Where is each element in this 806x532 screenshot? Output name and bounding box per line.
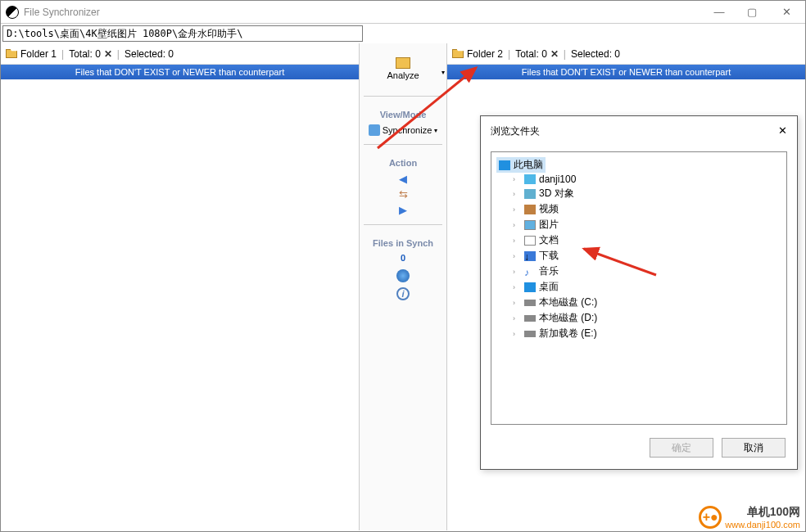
downloads-icon: ↓ [524,251,536,261]
minimize-button[interactable]: — [703,1,736,24]
left-panel-header: Folder 1 | Total: 0 ✕ | Selected: 0 [1,43,359,65]
tree-item[interactable]: ›♪音乐 [496,264,781,279]
right-filter-band: Files that DON'T EXIST or NEWER than cou… [447,65,805,79]
globe-icon[interactable] [396,269,410,282]
tree-item[interactable]: ›↓下载 [496,248,781,264]
view-mode-label: View/Mode [380,110,427,119]
pc-icon [499,160,510,170]
disk-icon [524,331,536,337]
chevron-down-icon[interactable]: ▾ [434,127,437,134]
action-label: Action [389,158,417,168]
browse-folder-dialog: 浏览文件夹 ✕ 此电脑 ›danji100 ›3D 对象 ›视频 ›图片 ›文档… [480,115,798,470]
disk-icon [524,315,536,322]
tree-item[interactable]: ›图片 [496,217,781,232]
folder-icon[interactable] [452,49,464,58]
synch-count: 0 [401,253,405,263]
clear-folder2-button[interactable]: ✕ [550,48,559,60]
folder-icon [524,174,536,184]
ok-button[interactable]: 确定 [650,438,713,458]
folder2-label: Folder 2 [467,48,503,60]
pictures-icon [524,220,536,230]
folder1-selected: Selected: 0 [125,48,174,60]
copy-both-button[interactable]: ⇆ [399,188,408,201]
left-file-list[interactable] [1,79,359,530]
watermark-brand: 单机100网 [725,505,800,520]
folder2-total: Total: 0 [515,48,547,60]
cancel-button[interactable]: 取消 [722,438,786,458]
right-panel-header: Folder 2 | Total: 0 ✕ | Selected: 0 [447,43,805,65]
dialog-close-button[interactable]: ✕ [778,124,787,138]
close-button[interactable]: ✕ [768,1,805,24]
tree-item[interactable]: ›新加载卷 (E:) [496,326,781,341]
copy-left-button[interactable]: ◀ [399,173,407,185]
dialog-buttons: 确定 取消 [481,430,797,469]
window-title: File Synchronizer [24,7,703,18]
watermark-url: www.danji100.com [725,520,800,530]
desktop-icon [524,282,536,292]
video-icon [524,205,536,214]
maximize-button[interactable]: ▢ [736,1,768,24]
tree-item[interactable]: ›本地磁盘 (D:) [496,310,781,326]
dialog-titlebar: 浏览文件夹 ✕ [481,116,797,143]
synchronize-button[interactable]: Synchronize ▾ [364,123,443,138]
watermark-logo-icon: +● [699,506,722,529]
files-in-synch-label: Files in Synch [373,238,433,248]
app-icon [6,6,19,19]
folder2-selected: Selected: 0 [571,48,620,60]
3d-icon [524,189,536,199]
path-input[interactable] [2,25,363,42]
titlebar: File Synchronizer — ▢ ✕ [1,1,805,24]
folder-icon[interactable] [6,49,17,58]
tree-item[interactable]: ›桌面 [496,279,781,295]
info-icon[interactable]: i [396,287,410,300]
tree-item[interactable]: ›文档 [496,232,781,248]
disk-icon [524,300,536,306]
tree-item[interactable]: ›danji100 [496,173,781,186]
center-toolbar: Analyze ▾ View/Mode Synchronize ▾ Action… [359,43,447,530]
music-icon: ♪ [524,267,536,277]
watermark: +● 单机100网 www.danji100.com [699,505,800,530]
folder1-label: Folder 1 [20,48,57,60]
analyze-icon [396,57,410,69]
documents-icon [524,236,536,246]
left-filter-band: Files that DON'T EXIST or NEWER than cou… [1,65,359,79]
tree-root-this-pc[interactable]: 此电脑 [496,157,546,173]
left-panel: Folder 1 | Total: 0 ✕ | Selected: 0 File… [1,43,359,530]
sync-icon [369,124,380,136]
folder1-total: Total: 0 [69,48,101,60]
dialog-title: 浏览文件夹 [491,124,540,138]
folder-tree[interactable]: 此电脑 ›danji100 ›3D 对象 ›视频 ›图片 ›文档 ›↓下载 ›♪… [491,151,787,425]
copy-right-button[interactable]: ▶ [399,204,407,216]
chevron-down-icon[interactable]: ▾ [441,69,445,76]
tree-item[interactable]: ›本地磁盘 (C:) [496,295,781,310]
analyze-button[interactable]: Analyze ▾ [366,48,440,89]
tree-item[interactable]: ›3D 对象 [496,186,781,201]
tree-item[interactable]: ›视频 [496,201,781,217]
clear-folder1-button[interactable]: ✕ [104,48,112,60]
